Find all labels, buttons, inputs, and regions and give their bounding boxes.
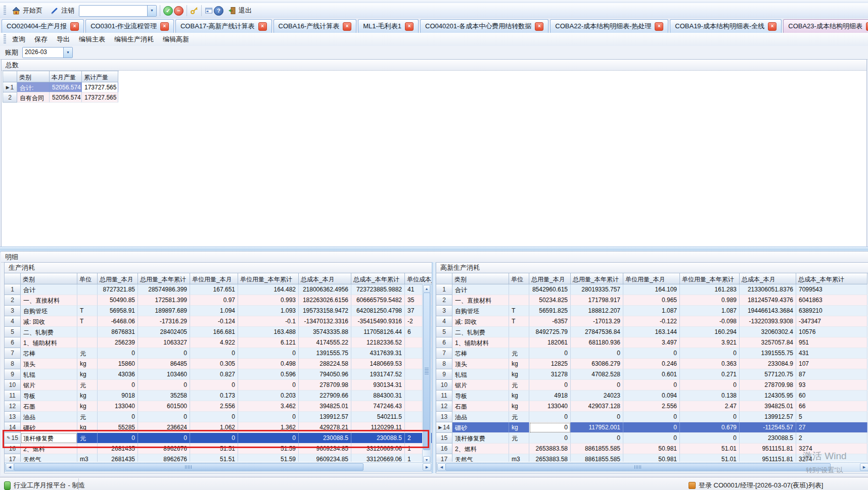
table-cell[interactable]: 4317639.31 (351, 348, 405, 359)
row-number-cell[interactable]: 5 (5, 327, 21, 337)
row-number-cell[interactable]: 10 (5, 380, 21, 390)
table-row[interactable]: 1合计8542960.61528019335.757164.109161.283… (436, 284, 868, 295)
table-cell[interactable]: 256239 (98, 337, 138, 348)
table-cell[interactable]: 0 (238, 433, 299, 444)
table-cell[interactable]: 124305.95 (740, 390, 796, 401)
row-number-cell[interactable]: ▶14 (436, 422, 452, 433)
confirm-button[interactable]: ✓ (163, 6, 173, 16)
tab-close-icon[interactable]: × (258, 22, 267, 31)
table-cell[interactable]: 33120669.06 (351, 454, 405, 462)
table-cell[interactable]: 天然气 (452, 454, 509, 462)
table-cell[interactable]: 0.827 (190, 369, 238, 380)
table-cell[interactable]: 5 (796, 412, 867, 422)
table-cell[interactable]: 锯片 (452, 380, 509, 390)
column-header[interactable]: 总成本_本月 (740, 273, 796, 284)
table-cell[interactable]: 0.993 (238, 295, 299, 306)
exit-button[interactable]: 退出 (224, 5, 255, 16)
left-grid-vertical-scrollbar[interactable]: ▲ ▼ (422, 284, 431, 465)
table-cell[interactable]: 二、轧制费 (452, 327, 509, 337)
table-row[interactable]: 3自购管坯T56591.825188812.2071.0871.08719446… (436, 306, 868, 316)
table-cell[interactable]: 213306051.8376 (740, 284, 796, 295)
column-header[interactable]: 总成本_本年累计 (351, 273, 405, 284)
table-cell[interactable]: 0.596 (238, 369, 299, 380)
row-number-cell[interactable]: 1 (436, 284, 452, 295)
table-cell[interactable]: 1.087 (623, 306, 680, 316)
table-cell[interactable]: 951 (796, 337, 867, 348)
table-cell[interactable]: 133040 (529, 401, 571, 412)
table-cell[interactable]: 1391555.75 (299, 348, 351, 359)
table-row[interactable]: 4减: 回收T-6468.06-17316.29-0.124-0.1-13470… (5, 316, 432, 327)
column-header[interactable]: 类别 (21, 273, 77, 284)
column-header[interactable]: 总用量_本年累计 (571, 273, 623, 284)
column-header[interactable]: 单位用量_本年累计 (680, 273, 740, 284)
table-cell[interactable]: 230088.5 (299, 433, 351, 444)
table-cell[interactable]: 3.462 (238, 401, 299, 412)
table-cell[interactable]: 0 (98, 380, 138, 390)
table-cell[interactable]: 0 (138, 412, 190, 422)
table-cell[interactable]: 元 (509, 380, 529, 390)
table-cell[interactable]: 一、直接材料 (21, 295, 77, 306)
table-cell[interactable]: 0 (98, 348, 138, 359)
row-number-cell[interactable]: 8 (5, 359, 21, 369)
table-cell[interactable]: 1931747.52 (351, 369, 405, 380)
table-cell[interactable]: 油品 (21, 412, 77, 422)
tab-close-icon[interactable]: × (160, 22, 169, 31)
column-header[interactable]: 本月产量 (50, 71, 82, 82)
table-cell[interactable]: 52056.574 (50, 92, 82, 103)
table-row[interactable]: 13油品元0000139912.575 (436, 412, 868, 422)
table-cell[interactable]: 9018 (98, 390, 138, 401)
table-cell[interactable]: 6041863 (796, 295, 867, 306)
table-cell[interactable]: 8492725.79 (529, 327, 571, 337)
table-cell[interactable]: 锯片 (21, 380, 77, 390)
table-row[interactable]: 12石墨kg133040429037.1282.5562.47394825.01… (436, 401, 868, 412)
table-cell[interactable]: 3.497 (623, 337, 680, 348)
table-cell[interactable]: -0.122 (623, 316, 680, 327)
menu-item[interactable]: 查询 (8, 33, 30, 46)
tab[interactable]: CO0301-作业流程管理× (85, 19, 174, 33)
table-cell[interactable]: 0 (529, 380, 571, 390)
table-cell[interactable]: 9511151.81 (740, 454, 796, 462)
row-number-cell[interactable]: 4 (5, 316, 21, 327)
table-row[interactable]: ▶1合计:52056.574173727.565 (3, 82, 119, 92)
home-button[interactable]: 开始页 (9, 5, 46, 16)
table-cell[interactable]: 166.681 (190, 327, 238, 337)
table-cell[interactable]: 芯棒 (452, 348, 509, 359)
table-cell[interactable]: 2.556 (190, 401, 238, 412)
table-cell[interactable]: 8962676 (138, 444, 190, 454)
table-cell[interactable]: 1、辅助材料 (21, 337, 77, 348)
tab-close-icon[interactable]: × (655, 22, 663, 31)
table-cell[interactable]: 一、直接材料 (452, 295, 509, 306)
table-cell[interactable]: 0 (623, 380, 680, 390)
table-cell[interactable]: 35743335.88 (299, 327, 351, 337)
table-cell[interactable]: 86485 (138, 359, 190, 369)
table-cell[interactable]: 230088.5 (351, 433, 405, 444)
table-row[interactable]: 3自购管坯T56958.91189897.6891.0941.093195733… (5, 306, 432, 316)
row-number-cell[interactable]: 2 (3, 92, 17, 103)
table-cell[interactable]: 171798.917 (571, 295, 623, 306)
table-cell[interactable]: kg (77, 401, 98, 412)
row-number-cell[interactable]: 3 (5, 306, 21, 316)
table-row[interactable]: 9轧辊kg430361034600.8270.596794050.9619317… (5, 369, 432, 380)
table-cell[interactable]: 8727321.85 (98, 284, 138, 295)
table-cell[interactable]: 8962676 (138, 454, 190, 462)
table-cell[interactable]: 218006362.4956 (299, 284, 351, 295)
table-cell[interactable]: 189897.689 (138, 306, 190, 316)
table-cell[interactable]: 减: 回收 (452, 316, 509, 327)
row-number-cell[interactable]: 12 (5, 401, 21, 412)
toolbar-combobox[interactable]: ▼ (79, 5, 157, 17)
table-cell[interactable]: 0.246 (623, 359, 680, 369)
table-cell[interactable]: 2653883.58 (529, 454, 571, 462)
table-cell[interactable]: 0.679 (680, 422, 740, 433)
row-number-cell[interactable]: 16 (5, 444, 21, 454)
table-cell[interactable]: 195733158.9472 (299, 306, 351, 316)
table-cell[interactable]: 0.363 (680, 359, 740, 369)
table-cell[interactable]: 236624 (138, 422, 190, 433)
table-row[interactable]: 15顶杆修复费元0000230088.52 (436, 433, 868, 444)
row-number-cell[interactable]: 11 (5, 390, 21, 401)
scroll-right-icon[interactable]: ▶ (423, 463, 431, 471)
table-cell[interactable]: 194466143.3684 (740, 306, 796, 316)
table-cell[interactable]: 9511151.81 (740, 444, 796, 454)
table-cell[interactable]: 0 (680, 380, 740, 390)
table-cell[interactable]: 2681435 (98, 444, 138, 454)
table-cell[interactable]: 0.498 (238, 359, 299, 369)
